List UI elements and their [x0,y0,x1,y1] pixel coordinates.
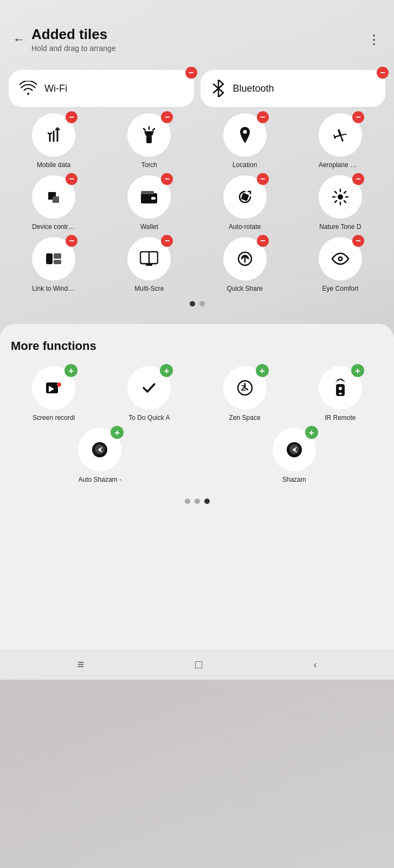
header: ← Added tiles Hold and drag to arrange ⋮ [0,0,394,61]
tile-auto-rotate-circle: − [223,175,267,219]
tile-multi-screen[interactable]: − Multi-Scre [104,237,194,292]
svg-text:Z: Z [241,384,246,392]
tile-shazam-label: Shazam [282,476,306,483]
tile-zen-space[interactable]: + Z Zen Space [200,366,290,422]
svg-rect-0 [146,136,152,143]
bottom-nav-bar: ≡ □ ‹ [0,649,394,680]
svg-rect-35 [339,393,342,394]
tile-nature-tone-label: Nature Tone D [319,223,361,231]
tile-quick-share[interactable]: − Quick Share [200,237,290,292]
small-tiles-row-3: − Link to Window − Multi-Scre [9,237,385,292]
tile-location[interactable]: − Location [200,113,290,169]
tile-wallet-circle: − [127,175,171,219]
svg-line-19 [335,201,337,202]
tile-device-controls[interactable]: − Device controls [9,175,99,231]
svg-rect-10 [241,193,249,201]
remove-badge-auto-rotate[interactable]: − [257,173,269,185]
remove-badge-bluetooth[interactable]: − [377,67,389,79]
svg-point-4 [243,130,247,134]
tile-todo-quick[interactable]: + To Do Quick A [104,366,194,422]
tile-screen-record-circle: + [32,366,75,410]
nav-recents-button[interactable]: ≡ [77,658,84,672]
tile-shazam-circle: + [273,428,316,471]
tile-quick-share-circle: − [223,237,267,280]
add-badge-zen-space[interactable]: + [256,364,269,377]
tile-zen-space-label: Zen Space [229,414,261,422]
remove-badge-quick-share[interactable]: − [257,235,269,247]
svg-line-17 [344,201,346,202]
tile-aeroplane[interactable]: − Aeroplane mod [295,113,385,169]
remove-badge-torch[interactable]: − [161,111,173,123]
svg-point-28 [339,258,341,260]
overflow-menu-button[interactable]: ⋮ [367,32,381,47]
more-page-dot-1[interactable] [185,499,190,504]
add-badge-ir-remote[interactable]: + [351,364,364,377]
tile-mobile-data[interactable]: − Mobile data [9,113,99,169]
tile-nature-tone[interactable]: − Nature Tone D [295,175,385,231]
tile-screen-record[interactable]: + Screen recordi [9,366,99,422]
tile-todo-quick-circle: + [127,366,171,410]
tile-wallet[interactable]: − Wallet [104,175,194,231]
added-tiles-section: − Wi-Fi − Bluetooth [0,61,394,320]
add-badge-shazam[interactable]: + [305,426,318,439]
tile-zen-space-circle: + Z [223,366,267,410]
tile-eye-comfort-circle: − [319,237,362,280]
svg-point-30 [57,382,61,387]
remove-badge-location[interactable]: − [257,111,269,123]
tile-device-controls-circle: − [32,175,75,219]
add-badge-todo[interactable]: + [160,364,173,377]
tile-auto-shazam-circle: + [78,428,121,471]
tile-ir-remote[interactable]: + IR Remote [295,366,385,422]
more-functions-section: More functions + Screen recordi + To Do … [0,324,394,649]
tile-shazam[interactable]: + Shazam [203,428,386,483]
svg-point-39 [293,449,295,451]
remove-badge-eye-comfort[interactable]: − [352,235,364,247]
tile-auto-shazam-label: Auto Shazam - [79,476,121,483]
more-page-dot-2[interactable] [195,499,200,504]
tile-bluetooth-label: Bluetooth [233,83,274,94]
tile-wallet-label: Wallet [140,223,158,231]
more-functions-title: More functions [9,339,385,353]
more-functions-row-2: + Auto Shazam - + Shazam [9,428,385,483]
remove-badge-wifi[interactable]: − [185,67,197,79]
more-page-dot-3[interactable] [204,499,210,504]
nav-back-button[interactable]: ‹ [314,659,317,671]
remove-badge-multi-screen[interactable]: − [161,235,173,247]
page-dot-2[interactable] [199,301,205,307]
nav-home-button[interactable]: □ [195,658,202,672]
tile-aeroplane-circle: − [319,113,362,157]
tile-mobile-data-label: Mobile data [37,161,70,169]
tile-wifi[interactable]: − Wi-Fi [9,70,194,107]
tile-mobile-data-circle: − [32,113,75,157]
remove-badge-link-window[interactable]: − [66,235,77,247]
remove-badge-aeroplane[interactable]: − [352,111,364,123]
svg-rect-6 [53,196,59,203]
tile-torch-label: Torch [141,161,157,169]
add-badge-auto-shazam[interactable]: + [111,426,124,439]
remove-badge-wallet[interactable]: − [161,173,173,185]
tile-multi-screen-circle: − [127,237,171,280]
add-badge-screen-record[interactable]: + [64,364,77,377]
tile-link-window-label: Link to Window [32,285,75,292]
remove-badge-device-controls[interactable]: − [66,173,77,185]
tile-link-window-circle: − [32,237,75,280]
svg-line-16 [335,192,337,193]
tile-eye-comfort[interactable]: − Eye Comfort [295,237,385,292]
page-dot-1[interactable] [190,301,195,307]
tile-link-window[interactable]: − Link to Window [9,237,99,292]
page-title: Added tiles [31,26,116,43]
header-titles: Added tiles Hold and drag to arrange [31,26,116,53]
tile-torch[interactable]: − Torch [104,113,194,169]
svg-point-11 [338,194,343,200]
tile-todo-quick-label: To Do Quick A [128,414,170,422]
back-button[interactable]: ← [13,33,25,47]
svg-line-18 [344,192,346,193]
bluetooth-icon [211,80,225,97]
tile-ir-remote-label: IR Remote [325,414,356,422]
tile-auto-shazam[interactable]: + Auto Shazam - [9,428,191,483]
remove-badge-mobile-data[interactable]: − [66,111,77,123]
tile-bluetooth[interactable]: − Bluetooth [201,70,386,107]
tile-auto-rotate[interactable]: − Auto-rotate [200,175,290,231]
remove-badge-nature-tone[interactable]: − [352,173,364,185]
tile-wifi-label: Wi-Fi [44,83,67,94]
